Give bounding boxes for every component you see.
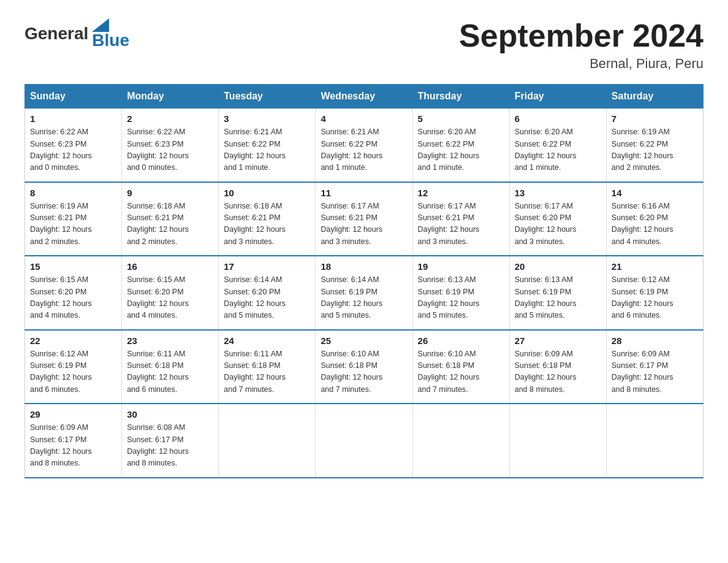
calendar-cell: 6 Sunrise: 6:20 AM Sunset: 6:22 PM Dayli…: [509, 109, 606, 182]
day-info: Sunrise: 6:08 AM Sunset: 6:17 PM Dayligh…: [127, 422, 213, 470]
day-info: Sunrise: 6:18 AM Sunset: 6:21 PM Dayligh…: [224, 201, 310, 248]
day-info: Sunrise: 6:12 AM Sunset: 6:19 PM Dayligh…: [30, 348, 116, 396]
title-block: September 2024 Bernal, Piura, Peru: [459, 18, 703, 72]
day-info: Sunrise: 6:09 AM Sunset: 6:17 PM Dayligh…: [612, 348, 698, 396]
calendar-cell: 9 Sunrise: 6:18 AM Sunset: 6:21 PM Dayli…: [122, 182, 219, 256]
day-number: 5: [418, 113, 504, 124]
calendar-cell: 14 Sunrise: 6:16 AM Sunset: 6:20 PM Dayl…: [606, 182, 703, 256]
day-info: Sunrise: 6:17 AM Sunset: 6:20 PM Dayligh…: [515, 201, 601, 248]
header-tuesday: Tuesday: [219, 85, 316, 109]
day-number: 21: [612, 261, 698, 272]
calendar-cell: 4 Sunrise: 6:21 AM Sunset: 6:22 PM Dayli…: [316, 109, 412, 182]
svg-marker-0: [92, 18, 109, 32]
calendar-cell: 2 Sunrise: 6:22 AM Sunset: 6:23 PM Dayli…: [122, 109, 219, 182]
day-info: Sunrise: 6:10 AM Sunset: 6:18 PM Dayligh…: [320, 348, 407, 396]
day-info: Sunrise: 6:17 AM Sunset: 6:21 PM Dayligh…: [320, 201, 407, 248]
calendar-cell: 3 Sunrise: 6:21 AM Sunset: 6:22 PM Dayli…: [219, 109, 316, 182]
day-info: Sunrise: 6:19 AM Sunset: 6:22 PM Dayligh…: [612, 126, 698, 174]
day-number: 28: [612, 335, 698, 346]
calendar-cell: 26 Sunrise: 6:10 AM Sunset: 6:18 PM Dayl…: [412, 330, 509, 404]
day-info: Sunrise: 6:10 AM Sunset: 6:18 PM Dayligh…: [418, 348, 504, 396]
day-info: Sunrise: 6:22 AM Sunset: 6:23 PM Dayligh…: [127, 126, 213, 174]
calendar-cell: [412, 404, 509, 478]
calendar-cell: 18 Sunrise: 6:14 AM Sunset: 6:19 PM Dayl…: [316, 256, 412, 330]
calendar-cell: 24 Sunrise: 6:11 AM Sunset: 6:18 PM Dayl…: [219, 330, 316, 404]
day-number: 24: [224, 335, 310, 346]
calendar-cell: 7 Sunrise: 6:19 AM Sunset: 6:22 PM Dayli…: [606, 109, 703, 182]
day-number: 15: [30, 261, 116, 272]
calendar-cell: 15 Sunrise: 6:15 AM Sunset: 6:20 PM Dayl…: [25, 256, 122, 330]
page-header: General Blue September 2024 Bernal, Piur…: [25, 18, 703, 72]
calendar-cell: 11 Sunrise: 6:17 AM Sunset: 6:21 PM Dayl…: [316, 182, 412, 256]
day-info: Sunrise: 6:15 AM Sunset: 6:20 PM Dayligh…: [127, 274, 213, 322]
calendar-cell: 20 Sunrise: 6:13 AM Sunset: 6:19 PM Dayl…: [509, 256, 606, 330]
day-number: 13: [515, 188, 601, 198]
calendar-table: SundayMondayTuesdayWednesdayThursdayFrid…: [25, 84, 703, 478]
header-wednesday: Wednesday: [316, 85, 412, 109]
day-number: 27: [515, 335, 601, 346]
calendar-cell: 29 Sunrise: 6:09 AM Sunset: 6:17 PM Dayl…: [25, 404, 122, 478]
day-number: 8: [30, 188, 116, 198]
week-row-4: 22 Sunrise: 6:12 AM Sunset: 6:19 PM Dayl…: [25, 330, 703, 404]
location: Bernal, Piura, Peru: [459, 56, 703, 72]
calendar-cell: 30 Sunrise: 6:08 AM Sunset: 6:17 PM Dayl…: [122, 404, 219, 478]
day-info: Sunrise: 6:22 AM Sunset: 6:23 PM Dayligh…: [30, 126, 116, 174]
day-number: 19: [418, 261, 504, 272]
day-number: 16: [127, 261, 213, 272]
calendar-cell: 19 Sunrise: 6:13 AM Sunset: 6:19 PM Dayl…: [412, 256, 509, 330]
calendar-cell: [316, 404, 412, 478]
calendar-cell: 8 Sunrise: 6:19 AM Sunset: 6:21 PM Dayli…: [25, 182, 122, 256]
calendar-cell: [509, 404, 606, 478]
day-number: 2: [127, 113, 213, 124]
week-row-1: 1 Sunrise: 6:22 AM Sunset: 6:23 PM Dayli…: [25, 109, 703, 182]
header-friday: Friday: [509, 85, 606, 109]
day-number: 6: [515, 113, 601, 124]
day-info: Sunrise: 6:21 AM Sunset: 6:22 PM Dayligh…: [320, 126, 407, 174]
calendar-cell: 10 Sunrise: 6:18 AM Sunset: 6:21 PM Dayl…: [219, 182, 316, 256]
day-number: 14: [612, 188, 698, 198]
day-info: Sunrise: 6:11 AM Sunset: 6:18 PM Dayligh…: [127, 348, 213, 396]
week-row-2: 8 Sunrise: 6:19 AM Sunset: 6:21 PM Dayli…: [25, 182, 703, 256]
header-thursday: Thursday: [412, 85, 509, 109]
header-sunday: Sunday: [25, 85, 122, 109]
day-info: Sunrise: 6:17 AM Sunset: 6:21 PM Dayligh…: [418, 201, 504, 248]
day-info: Sunrise: 6:20 AM Sunset: 6:22 PM Dayligh…: [418, 126, 504, 174]
day-number: 9: [127, 188, 213, 198]
day-info: Sunrise: 6:12 AM Sunset: 6:19 PM Dayligh…: [612, 274, 698, 322]
calendar-cell: 25 Sunrise: 6:10 AM Sunset: 6:18 PM Dayl…: [316, 330, 412, 404]
day-info: Sunrise: 6:21 AM Sunset: 6:22 PM Dayligh…: [224, 126, 310, 174]
calendar-cell: 27 Sunrise: 6:09 AM Sunset: 6:18 PM Dayl…: [509, 330, 606, 404]
day-number: 4: [320, 113, 407, 124]
day-number: 7: [612, 113, 698, 124]
calendar-cell: 21 Sunrise: 6:12 AM Sunset: 6:19 PM Dayl…: [606, 256, 703, 330]
logo-text-blue: Blue: [92, 32, 129, 49]
week-row-5: 29 Sunrise: 6:09 AM Sunset: 6:17 PM Dayl…: [25, 404, 703, 478]
day-number: 18: [320, 261, 407, 272]
day-number: 30: [127, 409, 213, 419]
day-number: 23: [127, 335, 213, 346]
day-number: 3: [224, 113, 310, 124]
header-saturday: Saturday: [606, 85, 703, 109]
calendar-cell: [219, 404, 316, 478]
day-number: 26: [418, 335, 504, 346]
day-info: Sunrise: 6:09 AM Sunset: 6:18 PM Dayligh…: [515, 348, 601, 396]
calendar-cell: 1 Sunrise: 6:22 AM Sunset: 6:23 PM Dayli…: [25, 109, 122, 182]
logo-text-general: General: [25, 24, 88, 44]
day-number: 10: [224, 188, 310, 198]
week-row-3: 15 Sunrise: 6:15 AM Sunset: 6:20 PM Dayl…: [25, 256, 703, 330]
calendar-cell: 12 Sunrise: 6:17 AM Sunset: 6:21 PM Dayl…: [412, 182, 509, 256]
day-number: 12: [418, 188, 504, 198]
day-info: Sunrise: 6:19 AM Sunset: 6:21 PM Dayligh…: [30, 201, 116, 248]
calendar-cell: [606, 404, 703, 478]
day-info: Sunrise: 6:09 AM Sunset: 6:17 PM Dayligh…: [30, 422, 116, 470]
calendar-cell: 16 Sunrise: 6:15 AM Sunset: 6:20 PM Dayl…: [122, 256, 219, 330]
day-number: 11: [320, 188, 407, 198]
calendar-cell: 13 Sunrise: 6:17 AM Sunset: 6:20 PM Dayl…: [509, 182, 606, 256]
day-info: Sunrise: 6:13 AM Sunset: 6:19 PM Dayligh…: [418, 274, 504, 322]
logo-triangle-icon: [92, 18, 109, 32]
day-info: Sunrise: 6:13 AM Sunset: 6:19 PM Dayligh…: [515, 274, 601, 322]
day-info: Sunrise: 6:20 AM Sunset: 6:22 PM Dayligh…: [515, 126, 601, 174]
calendar-cell: 28 Sunrise: 6:09 AM Sunset: 6:17 PM Dayl…: [606, 330, 703, 404]
day-number: 25: [320, 335, 407, 346]
calendar-cell: 17 Sunrise: 6:14 AM Sunset: 6:20 PM Dayl…: [219, 256, 316, 330]
